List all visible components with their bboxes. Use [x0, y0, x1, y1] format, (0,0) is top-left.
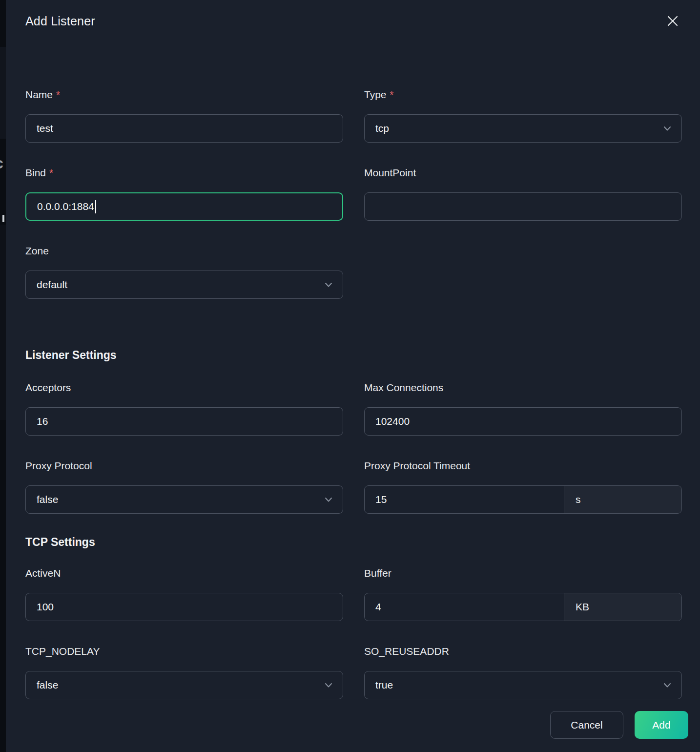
field-proxy-protocol: Proxy Protocol false	[25, 459, 343, 514]
acceptors-input[interactable]	[25, 407, 343, 436]
dialog-footer: Cancel Add	[550, 711, 688, 739]
field-bind: Bind* 0.0.0.0:1884	[25, 166, 343, 221]
proxy-protocol-timeout-unit: s	[564, 494, 581, 505]
field-max-connections: Max Connections	[364, 381, 682, 436]
zone-select[interactable]: default	[25, 271, 343, 299]
background-block	[0, 47, 6, 139]
buffer-unit: KB	[564, 601, 589, 613]
acceptors-label: Acceptors	[25, 381, 343, 395]
text-cursor	[95, 200, 96, 213]
background-block	[0, 225, 6, 420]
chevron-down-icon	[662, 680, 673, 690]
name-label: Name*	[25, 88, 343, 102]
tcp-settings-heading: TCP Settings	[25, 535, 682, 549]
listener-settings-heading: Listener Settings	[25, 348, 682, 362]
tcp-nodelay-select[interactable]: false	[25, 671, 343, 699]
field-type: Type* tcp	[364, 88, 682, 143]
proxy-protocol-select[interactable]: false	[25, 485, 343, 514]
type-select[interactable]: tcp	[364, 114, 682, 143]
activen-label: ActiveN	[25, 566, 343, 580]
proxy-protocol-select-value: false	[26, 494, 58, 505]
zone-select-value: default	[26, 279, 67, 291]
mountpoint-label: MountPoint	[364, 166, 682, 180]
tcp-nodelay-label: TCP_NODELAY	[25, 645, 343, 658]
required-asterisk: *	[390, 89, 394, 100]
proxy-protocol-timeout-input[interactable]: 15 s	[364, 485, 682, 514]
buffer-input[interactable]: 4 KB	[364, 593, 682, 621]
chevron-down-icon	[662, 123, 673, 134]
field-name: Name*	[25, 88, 343, 143]
close-button[interactable]	[665, 14, 680, 28]
proxy-protocol-label: Proxy Protocol	[25, 459, 343, 473]
background-partial-letter: c	[0, 154, 3, 172]
activen-input[interactable]	[25, 593, 343, 621]
buffer-label: Buffer	[364, 566, 682, 580]
close-icon	[666, 15, 679, 27]
bind-input-value: 0.0.0.0:1884	[26, 201, 94, 212]
dialog-header: Add Listener	[25, 14, 682, 28]
dialog-title: Add Listener	[25, 14, 95, 28]
max-connections-label: Max Connections	[364, 381, 682, 395]
required-asterisk: *	[56, 89, 60, 100]
required-asterisk: *	[49, 167, 53, 178]
bind-label: Bind*	[25, 166, 343, 180]
proxy-protocol-timeout-value: 15	[365, 494, 564, 505]
type-label: Type*	[364, 88, 682, 102]
chevron-down-icon	[323, 279, 334, 290]
empty-cell	[364, 244, 682, 299]
mountpoint-input[interactable]	[364, 192, 682, 221]
listener-form: Name* Type* tcp Bind* 0.0.0.0:1884 Mount…	[25, 88, 682, 699]
background-page-edge: c	[0, 0, 6, 752]
field-mountpoint: MountPoint	[364, 166, 682, 221]
max-connections-input[interactable]	[364, 407, 682, 436]
unit-suffix: s	[564, 486, 681, 513]
field-so-reuseaddr: SO_REUSEADDR true	[364, 645, 682, 699]
bind-input[interactable]: 0.0.0.0:1884	[25, 192, 343, 221]
cancel-button[interactable]: Cancel	[550, 711, 623, 739]
buffer-value: 4	[365, 601, 564, 613]
zone-label: Zone	[25, 244, 343, 258]
so-reuseaddr-select[interactable]: true	[364, 671, 682, 699]
add-button[interactable]: Add	[635, 711, 688, 739]
chevron-down-icon	[323, 680, 334, 690]
field-tcp-nodelay: TCP_NODELAY false	[25, 645, 343, 699]
field-proxy-protocol-timeout: Proxy Protocol Timeout 15 s	[364, 459, 682, 514]
chevron-down-icon	[323, 494, 334, 505]
so-reuseaddr-label: SO_REUSEADDR	[364, 645, 682, 658]
field-buffer: Buffer 4 KB	[364, 566, 682, 621]
unit-suffix: KB	[564, 593, 681, 621]
field-acceptors: Acceptors	[25, 381, 343, 436]
tcp-nodelay-select-value: false	[26, 679, 58, 691]
add-listener-dialog: Add Listener Name* Type* tcp Bind*	[6, 0, 700, 752]
name-input[interactable]	[25, 114, 343, 143]
background-fragment	[2, 215, 4, 222]
field-zone: Zone default	[25, 244, 343, 299]
field-activen: ActiveN	[25, 566, 343, 621]
so-reuseaddr-select-value: true	[365, 679, 393, 691]
type-select-value: tcp	[365, 123, 389, 134]
proxy-protocol-timeout-label: Proxy Protocol Timeout	[364, 459, 682, 473]
